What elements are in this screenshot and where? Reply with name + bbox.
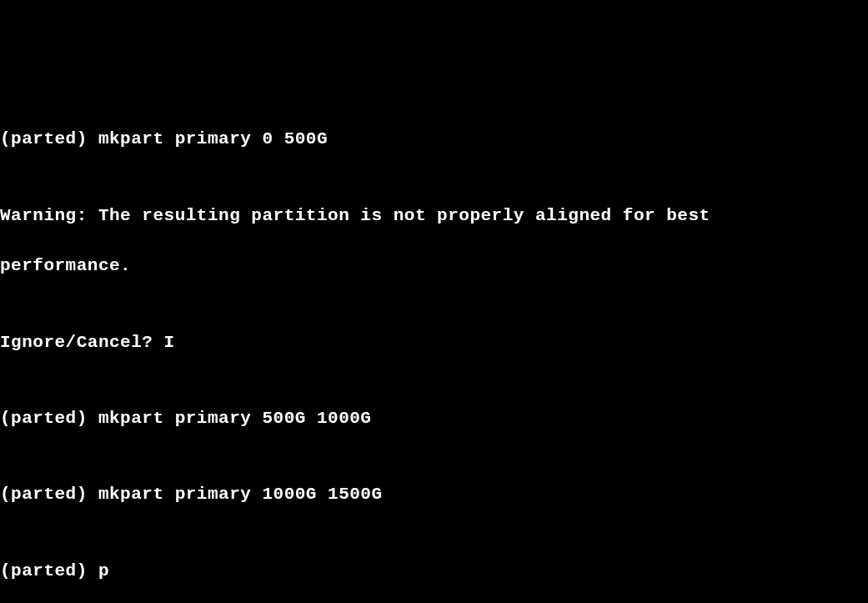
command-line: (parted) mkpart primary 500G 1000G: [0, 406, 868, 431]
command-line: (parted) mkpart primary 0 500G: [0, 127, 868, 152]
command-line: (parted) p: [0, 559, 868, 584]
prompt-line: Ignore/Cancel? I: [0, 330, 868, 355]
warning-line: performance.: [0, 254, 868, 279]
warning-line: Warning: The resulting partition is not …: [0, 204, 868, 229]
command-line: (parted) mkpart primary 1000G 1500G: [0, 482, 868, 507]
terminal-output[interactable]: (parted) mkpart primary 0 500G Warning: …: [0, 102, 868, 603]
